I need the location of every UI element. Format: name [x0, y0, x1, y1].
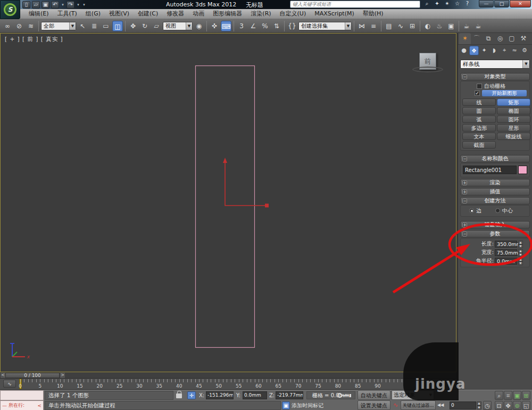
select-and-move-icon[interactable]: ✥ — [128, 21, 138, 31]
tab-motion[interactable]: ◎ — [494, 33, 506, 44]
rectangle-button[interactable]: 矩形 — [497, 99, 530, 106]
snaps-toggle-icon[interactable]: 3 — [236, 21, 247, 31]
autogrid-checkbox[interactable] — [477, 84, 482, 89]
key-icon[interactable]: ✦ — [433, 0, 441, 7]
subtab-geometry[interactable]: ● — [459, 46, 469, 55]
zoom-extents-icon[interactable]: ▣ — [513, 391, 521, 400]
select-and-rotate-icon[interactable]: ↻ — [139, 21, 150, 31]
zoom-icon[interactable]: ⌕ — [495, 391, 503, 400]
angle-snap-icon[interactable]: ∠ — [248, 21, 259, 31]
schematic-view-icon[interactable]: ⊞ — [407, 21, 418, 31]
subtab-space-warps[interactable]: ≈ — [510, 46, 519, 55]
favorites-star-icon[interactable]: ☆ — [453, 0, 461, 7]
time-slider-handle[interactable]: 0 / 100 — [5, 373, 60, 378]
track-bar[interactable]: ∿ 051015202530354045505560657075808590 — [0, 379, 456, 390]
search-input[interactable] — [290, 1, 420, 8]
coord-z-field[interactable]: -219.77mm — [276, 391, 303, 399]
close-button[interactable]: ✕ — [510, 0, 531, 7]
menu-edit[interactable]: 编辑(E) — [24, 9, 53, 19]
menu-customize[interactable]: 自定义(U) — [276, 9, 311, 19]
percent-snap-icon[interactable]: % — [260, 21, 270, 31]
length-field-spinner[interactable]: ▲▼ — [518, 241, 523, 248]
undo-icon[interactable]: ↶ — [51, 1, 59, 9]
key-filter-curve-icon[interactable]: ∿ — [392, 401, 400, 409]
maxscript-mini-listener[interactable] — [0, 390, 44, 400]
arc-button[interactable]: 弧 — [462, 116, 496, 123]
help-icon[interactable]: ? — [463, 0, 471, 7]
current-frame-field[interactable]: 0 — [450, 401, 476, 409]
selection-lock-icon[interactable] — [176, 393, 182, 398]
spinner-snap-icon[interactable]: ⇅ — [271, 21, 282, 31]
search-icon[interactable]: ⌕ — [423, 0, 431, 7]
rollout-object-type[interactable]: − 对象类型 — [460, 73, 530, 80]
material-editor-icon[interactable]: ◐ — [422, 21, 433, 31]
viewcube-ring[interactable] — [412, 67, 443, 72]
render-setup-icon[interactable]: ♨ — [434, 21, 445, 31]
go-to-start-icon[interactable]: ◀◀ — [437, 403, 444, 407]
named-selection-sets-dropdown[interactable]: 创建选择集▼ — [298, 22, 352, 30]
communication-center-icon[interactable]: ✴ — [443, 0, 451, 7]
use-pivot-point-icon[interactable]: ◉ — [194, 21, 204, 31]
zoom-region-icon[interactable]: ⊡ — [495, 401, 503, 410]
width-field-spinner[interactable]: ▲▼ — [518, 249, 523, 256]
menu-maxscript[interactable]: MAXScript(M) — [310, 9, 359, 19]
time-configuration-icon[interactable]: ◷ — [483, 401, 492, 410]
prev-frame-button[interactable]: < — [1, 373, 5, 378]
orbit-icon[interactable]: ⊚ — [513, 401, 521, 410]
line-button[interactable]: 线 — [462, 99, 496, 106]
section-button[interactable]: 截面 — [462, 141, 496, 149]
window-crossing-toggle-icon[interactable]: ◫ — [112, 21, 123, 31]
new-file-icon[interactable]: ▯ — [22, 1, 30, 9]
tab-modify[interactable]: ⌒ — [471, 33, 483, 44]
auto-key-button[interactable]: 自动关键点 — [358, 390, 390, 400]
maximize-button[interactable]: □ — [494, 0, 509, 7]
key-icon[interactable] — [337, 393, 351, 398]
rollout-name-color[interactable]: − 名称和颜色 — [460, 155, 530, 162]
length-field[interactable]: 350.0mm — [495, 241, 517, 248]
tab-utilities[interactable]: ⚒ — [518, 33, 529, 44]
minimize-button[interactable]: — — [479, 0, 494, 7]
maxscript-listener-line[interactable]: — 所在行: < — [0, 400, 44, 410]
reference-coordinate-dropdown[interactable]: 视图▼ — [163, 22, 193, 30]
menu-tools[interactable]: 工具(T) — [53, 9, 81, 19]
menu-modifiers[interactable]: 修改器 — [162, 9, 188, 19]
subtab-shapes[interactable]: ❖ — [469, 46, 479, 55]
ellipse-button[interactable]: 椭圆 — [497, 107, 530, 114]
front-viewport[interactable]: [ + ] [ 前 ] [ 真实 ] 前 — [0, 33, 456, 372]
subtab-cameras[interactable]: ◗ — [489, 46, 499, 55]
zoom-extents-all-icon[interactable]: ⊞ — [522, 391, 530, 400]
select-object-icon[interactable]: ↖ — [77, 21, 88, 31]
redo-icon[interactable]: ↷ — [66, 1, 74, 9]
text-button[interactable]: 文本 — [462, 133, 496, 140]
zoom-all-icon[interactable]: ⌗ — [504, 391, 512, 400]
start-new-shape-checkbox[interactable]: ✓ — [475, 91, 480, 96]
tab-hierarchy[interactable]: ⧉ — [483, 33, 494, 44]
maximize-viewport-icon[interactable]: ◱ — [522, 401, 530, 410]
save-file-icon[interactable]: ▣ — [41, 1, 49, 9]
viewport-label[interactable]: [ + ] [ 前 ] [ 真实 ] — [5, 36, 63, 43]
rollout-interpolation[interactable]: + 插值 — [460, 188, 530, 195]
next-frame-button[interactable]: > — [60, 373, 65, 378]
redo-dropdown-icon[interactable]: ▾ — [76, 3, 80, 7]
select-and-scale-icon[interactable]: ▱ — [151, 21, 162, 31]
object-color-swatch[interactable] — [518, 166, 527, 174]
tab-create[interactable]: ✶ — [459, 33, 471, 44]
manage-layers-icon[interactable]: ▤ — [384, 21, 394, 31]
start-new-shape-button[interactable]: 开始新图形 — [482, 90, 527, 96]
rollout-creation-method[interactable]: − 创建方法 — [460, 197, 530, 204]
menu-group[interactable]: 组(G) — [81, 9, 105, 19]
star-button[interactable]: 星形 — [497, 124, 530, 132]
select-by-name-icon[interactable]: ≣ — [89, 21, 99, 31]
menu-help[interactable]: 帮助(H) — [359, 9, 388, 19]
adaptive-degradation-icon[interactable]: ▣ — [282, 401, 290, 409]
rollout-rendering[interactable]: + 渲染 — [460, 179, 530, 186]
unlink-selection-icon[interactable]: ⊘ — [14, 21, 24, 31]
open-file-icon[interactable]: ▱ — [32, 1, 40, 9]
helix-button[interactable]: 螺旋线 — [497, 133, 530, 140]
toolbar-options-icon[interactable]: ▾ — [82, 3, 86, 7]
subtab-helpers[interactable]: ⌖ — [500, 46, 509, 55]
align-icon[interactable]: ≡ — [368, 21, 379, 31]
edge-radio[interactable]: 边 — [469, 207, 481, 215]
rectangular-selection-region-icon[interactable]: ▭ — [101, 21, 111, 31]
pan-icon[interactable]: ✥ — [504, 401, 512, 410]
